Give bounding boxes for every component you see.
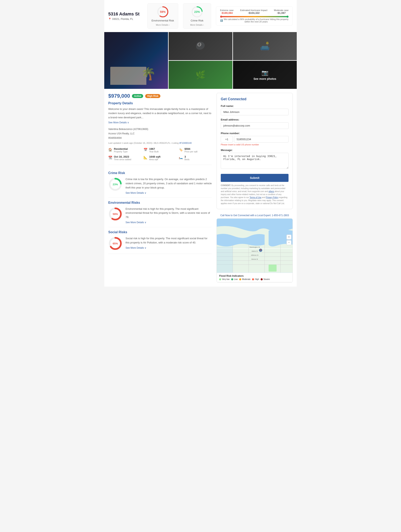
property-location: 📍 33021, Florida, FL	[108, 18, 143, 20]
legend-dot-moderate	[239, 278, 241, 280]
property-description: Welcome to your dream oasis! This immacu…	[108, 107, 212, 120]
map-view-label[interactable]: Map View	[217, 282, 293, 283]
high-risk-badge: High Risk	[145, 94, 160, 98]
crime-risk-section: Crime Risk 23% Crime risk is low for thi…	[108, 168, 212, 197]
content-area: $979,000 Active High Risk Property Detai…	[104, 89, 297, 286]
environmental-risk-description: Environmental risk is high for this prop…	[125, 207, 212, 219]
email-input[interactable]	[221, 122, 288, 129]
call-now-link[interactable]: Call Now to Get Connected with a Local E…	[217, 212, 293, 218]
address-section: 5316 Adams St 📍 33021, Florida, FL	[108, 12, 143, 20]
social-donut-gauge: 65%	[108, 236, 122, 250]
environmental-donut-gauge: 59%	[108, 207, 122, 221]
stat-property-type: 🏠 Residential Property Type	[108, 147, 141, 153]
map-legend-items: Very low Low Moderate High	[219, 278, 290, 280]
full-name-group: Full name:	[221, 104, 288, 115]
crime-risk-card: 23% Crime Risk More Details ›	[183, 3, 211, 29]
left-panel: $979,000 Active High Risk Property Detai…	[108, 93, 212, 283]
page-wrapper: 5316 Adams St 📍 33021, Florida, FL 59% E…	[104, 0, 297, 286]
header: 5316 Adams St 📍 33021, Florida, FL 59% E…	[104, 0, 297, 32]
social-see-more-link[interactable]: See More Details ∨	[125, 247, 212, 249]
email-group: Email address:	[221, 118, 288, 129]
crime-see-more-link[interactable]: See More Details ∨	[125, 191, 212, 194]
crime-more-details-link[interactable]: More Details ›	[187, 24, 207, 26]
full-name-label: Full name:	[221, 104, 288, 108]
crime-donut-gauge: 23%	[108, 177, 122, 191]
message-textarea[interactable]	[221, 153, 288, 169]
stat-price-sqft: 🏷️ $594 Price per sqft	[179, 147, 212, 153]
social-donut: 65%	[108, 236, 122, 250]
agent-name: Valentina Beleavcenco (#279613600)	[108, 127, 212, 132]
map-visual[interactable]: Washington St Adams St Jefferson St Monr…	[217, 219, 293, 273]
environmental-donut: 59%	[108, 207, 122, 221]
agency-name: Access USA Realty, LLC	[108, 132, 212, 136]
price-sqft-icon: 🏷️	[179, 148, 183, 152]
map-svg: Washington St Adams St Jefferson St Monr…	[217, 219, 293, 273]
area-icon: 📐	[144, 156, 148, 159]
legend-dot-low	[231, 278, 233, 280]
see-more-details-link[interactable]: See More Details ∨	[108, 121, 212, 124]
env-more-details-link[interactable]: More Details ›	[152, 24, 174, 26]
extreme-case: Extreme case -$189,084	[220, 9, 234, 14]
photo-2[interactable]: 🎱	[169, 32, 232, 60]
stat-date-added: 📆 Oct 16, 2023 Time since added	[108, 155, 141, 161]
crime-risk-gauge: 23%	[191, 6, 203, 18]
see-more-text: See more photos	[253, 77, 276, 80]
environmental-see-more-link[interactable]: See More Details ∨	[125, 221, 212, 224]
main-photo[interactable]	[104, 32, 168, 89]
get-connected-title: Get Connected	[221, 97, 288, 101]
stat-beds: 🛏️ 3 Beds	[179, 155, 212, 161]
social-risk-section: Social Risks 65% Social risk is high for…	[108, 227, 212, 254]
legend-low: Low	[231, 278, 238, 280]
svg-text:Monroe St: Monroe St	[251, 259, 258, 260]
svg-rect-26	[269, 265, 277, 272]
others-link[interactable]: others	[269, 190, 274, 192]
photo-4[interactable]: 🌿	[169, 61, 232, 89]
map-legend-title: Flood Risk Indicators	[219, 274, 290, 277]
environmental-risk-section: Environmental Risks 59% Environmental ri…	[108, 198, 212, 227]
legend-high: High	[252, 278, 259, 280]
camera-icon: 📷	[262, 69, 269, 76]
crime-risk-description: Crime risk is low for this property. On …	[125, 177, 212, 190]
phone-hint: Please insert a valid US phone number	[221, 143, 288, 146]
crime-donut-value: 23%	[113, 183, 118, 186]
photo-3[interactable]: 🛋️	[233, 32, 297, 60]
social-donut-value: 65%	[113, 242, 118, 245]
legend-dot-severe	[261, 278, 263, 280]
agent-phone: 9548564694	[108, 136, 212, 140]
environmental-section-title: Environmental Risks	[108, 201, 212, 204]
svg-text:Jefferson St: Jefferson St	[251, 254, 258, 256]
svg-text:+: +	[288, 235, 290, 238]
crime-risk-content: 23% Crime risk is low for this property.…	[108, 177, 212, 194]
hurricane-bar	[220, 16, 288, 17]
svg-text:Adams St: Adams St	[252, 250, 258, 252]
env-risk-value: 59%	[160, 10, 166, 13]
stat-year-built: 📅 1967 Year Built	[144, 147, 176, 153]
privacy-link[interactable]: Privacy Policy	[266, 196, 278, 198]
submit-button[interactable]: Submit	[221, 174, 288, 182]
moderate-case: Moderate case -$1,087	[274, 9, 288, 14]
legend-severe: Severe	[261, 278, 270, 280]
env-risk-label: Environmental Risk	[152, 19, 174, 22]
info-icon: ℹ️	[220, 19, 223, 22]
crime-donut: 23%	[108, 177, 122, 191]
see-more-overlay[interactable]: 📷 See more photos	[233, 61, 297, 89]
map-container[interactable]: Washington St Adams St Jefferson St Monr…	[217, 218, 293, 283]
property-details-title: Property Details	[108, 101, 212, 105]
legend-dot-high	[252, 278, 254, 280]
get-connected-card: Get Connected Full name: Email address: …	[217, 93, 293, 209]
active-badge: Active	[132, 94, 143, 98]
location-pin-icon: 📍	[108, 18, 111, 20]
svg-text:−: −	[288, 241, 290, 244]
phone-label: Phone number:	[221, 132, 288, 135]
terms-link[interactable]: Terms of Use	[250, 196, 262, 198]
photo-5[interactable]: 📷 See more photos	[233, 61, 297, 89]
svg-text:📍: 📍	[259, 249, 262, 252]
crime-risk-label: Crime Risk	[187, 19, 207, 22]
environmental-donut-value: 59%	[113, 212, 118, 215]
svg-rect-31	[217, 247, 233, 272]
phone-input[interactable]	[234, 136, 288, 143]
listing-link[interactable]: #F10400140	[179, 142, 192, 144]
social-risk-description: Social risk is high for this property. T…	[125, 236, 212, 245]
phone-prefix-input[interactable]	[221, 136, 233, 143]
full-name-input[interactable]	[221, 109, 288, 115]
